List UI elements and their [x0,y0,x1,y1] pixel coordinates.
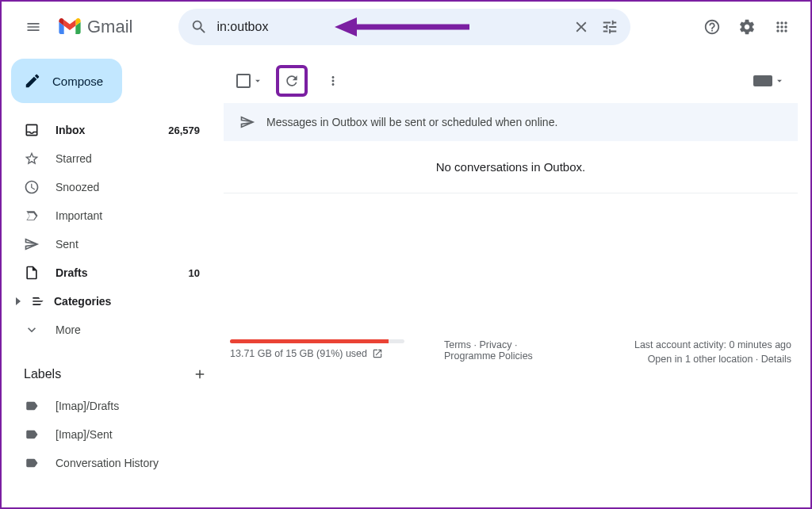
nav-count: 10 [189,267,200,279]
gmail-logo-wrap[interactable]: Gmail [59,17,132,37]
input-tools-button[interactable] [753,75,785,86]
label-item[interactable]: [Imap]/Sent [2,420,214,449]
labels-title: Labels [24,367,61,381]
inbox-icon [24,122,40,138]
file-icon [24,265,40,281]
more-actions-button[interactable] [320,68,346,94]
compose-label: Compose [52,75,103,88]
sidebar-item-inbox[interactable]: Inbox 26,579 [2,116,214,144]
details-link[interactable]: Details [761,354,791,365]
clear-search-button[interactable] [567,13,596,41]
nav-label: Snoozed [56,181,205,193]
footer: 13.71 GB of 15 GB (91%) used Terms · Pri… [224,327,798,507]
label-text: [Imap]/Drafts [56,400,205,412]
banner-text: Messages in Outbox will be sent or sched… [266,116,557,128]
chevron-down-icon [252,75,263,86]
sidebar-item-important[interactable]: Important [2,201,214,230]
storage-text: 13.71 GB of 15 GB (91%) used [230,348,367,359]
main-menu-button[interactable] [14,8,52,46]
apps-icon [774,19,790,35]
search-bar [178,9,630,45]
refresh-icon [284,73,300,89]
nav-label: Drafts [56,266,173,279]
footer-links: Terms · Privacy · Programme Policies [444,339,553,365]
sidebar-item-starred[interactable]: Starred [2,144,214,173]
sidebar-item-more[interactable]: More [2,316,214,344]
outbox-banner: Messages in Outbox will be sent or sched… [224,103,798,141]
nav-count: 26,579 [168,124,200,136]
categories-icon [30,293,46,309]
apps-button[interactable] [766,11,798,43]
privacy-link[interactable]: Privacy [479,339,511,350]
plus-icon [193,367,207,381]
important-icon [24,208,40,224]
footer-storage: 13.71 GB of 15 GB (91%) used [230,339,412,365]
terms-link[interactable]: Terms [444,339,471,350]
label-icon [24,427,40,442]
help-icon [703,18,721,36]
label-item[interactable]: [Imap]/Drafts [2,392,214,420]
checkbox-icon [236,74,251,88]
chevron-down-icon [774,75,785,86]
footer-activity: Last account activity: 0 minutes ago Ope… [585,339,791,365]
sidebar-item-snoozed[interactable]: Snoozed [2,173,214,201]
search-input[interactable] [213,20,567,34]
pencil-icon [24,72,41,90]
search-options-button[interactable] [596,13,624,41]
close-icon [573,18,590,36]
nav-label: Starred [56,152,205,165]
nav-label: Categories [54,295,205,308]
label-icon [24,455,40,471]
content: Messages in Outbox will be sent or sched… [224,52,810,507]
empty-message: No conversations in Outbox. [224,141,798,193]
header-right [696,11,798,43]
storage-fill [230,339,389,343]
expand-icon [24,322,40,338]
open-in-new-icon[interactable] [372,348,383,359]
activity-text: Last account activity: 0 minutes ago [585,339,791,350]
labels-header: Labels [2,344,224,392]
label-icon [24,398,40,414]
star-icon [24,151,40,166]
sidebar: Compose Inbox 26,579 Starred Snoozed Imp… [2,52,224,507]
nav-label: Inbox [56,124,152,136]
sidebar-item-sent[interactable]: Sent [2,230,214,258]
gmail-logo-icon [59,18,81,36]
select-all-checkbox[interactable] [236,74,263,88]
toolbar [224,59,798,103]
support-button[interactable] [696,11,728,43]
caret-right-icon [16,297,22,305]
compose-button[interactable]: Compose [11,59,122,103]
header: Gmail [2,2,810,52]
main: Compose Inbox 26,579 Starred Snoozed Imp… [2,52,810,507]
send-icon [24,236,40,252]
hamburger-icon [25,19,41,35]
send-icon [239,114,255,130]
label-text: Conversation History [56,457,205,469]
label-text: [Imap]/Sent [56,428,205,441]
refresh-highlight [276,65,308,97]
sidebar-item-drafts[interactable]: Drafts 10 [2,258,214,287]
more-vert-icon [326,74,340,88]
search-button[interactable] [185,13,213,41]
label-item[interactable]: Conversation History [2,449,214,477]
refresh-button[interactable] [281,70,303,92]
storage-bar [230,339,404,343]
open-location-link[interactable]: Open in 1 other location [648,354,753,365]
keyboard-icon [753,75,772,86]
add-label-button[interactable] [189,363,211,385]
tune-icon [601,18,619,36]
nav-label: Important [56,209,205,222]
sidebar-item-categories[interactable]: Categories [2,287,214,316]
nav-label: Sent [56,238,205,251]
clock-icon [24,179,40,195]
search-icon [190,18,208,36]
programme-link[interactable]: Programme Policies [444,350,533,362]
settings-button[interactable] [731,11,763,43]
gmail-brand-text: Gmail [87,17,132,37]
gear-icon [738,18,756,36]
nav-label: More [56,323,205,336]
